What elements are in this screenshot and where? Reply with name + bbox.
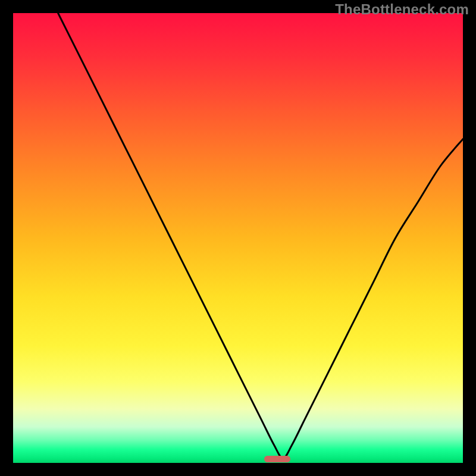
bottleneck-curve bbox=[13, 13, 463, 463]
watermark-text: TheBottleneck.com bbox=[335, 1, 469, 18]
curve-path bbox=[58, 13, 463, 458]
chart-frame: TheBottleneck.com bbox=[0, 0, 476, 476]
optimal-marker bbox=[264, 456, 290, 462]
plot-area bbox=[13, 13, 463, 463]
